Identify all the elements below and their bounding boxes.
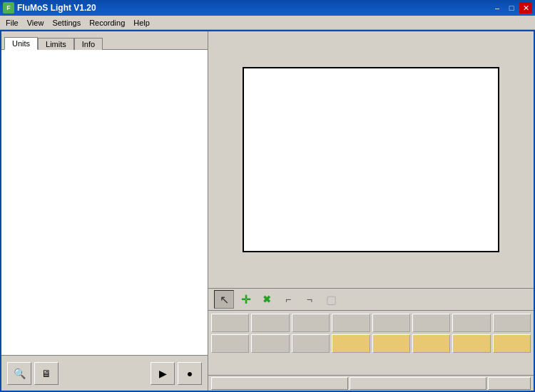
bracket-left-icon: ⌐ [285, 294, 291, 305]
bracket-right-icon: ⌐ [307, 294, 312, 305]
tab-limits[interactable]: Limits [38, 38, 74, 50]
title-bar-buttons: – □ ✕ [491, 2, 532, 14]
move-tool[interactable]: ✛ [235, 290, 255, 309]
app-icon: F [3, 2, 14, 14]
tab-info[interactable]: Info [74, 38, 103, 50]
menu-recording[interactable]: Recording [85, 17, 129, 29]
monitor-icon: 🖥 [41, 368, 51, 379]
left-view-controls: 🔍 🖥 [7, 362, 58, 385]
bracket-right-tool[interactable]: ⌐ [300, 290, 320, 309]
left-playback-controls: ▶ ● [151, 362, 202, 385]
menu-help[interactable]: Help [129, 17, 154, 29]
zoom-button[interactable]: 🔍 [7, 362, 31, 385]
play-button[interactable]: ▶ [151, 362, 175, 385]
right-panel: ↖ ✛ ✖ ⌐ ⌐ ▢ [208, 31, 534, 391]
move-icon: ✛ [241, 293, 250, 306]
app-title: FluMoS Light V1.20 [17, 3, 96, 13]
timeline-row-2 [211, 334, 531, 353]
timeline-cell[interactable] [251, 334, 289, 353]
status-segment-1 [211, 377, 348, 390]
canvas-box [243, 67, 499, 252]
status-segment-2 [350, 377, 486, 390]
cursor-icon: ↖ [220, 293, 229, 306]
photo-tool[interactable]: ▢ [321, 290, 341, 309]
tab-units[interactable]: Units [4, 37, 38, 50]
menu-bar: File View Settings Recording Help [0, 16, 535, 30]
status-segment-3 [488, 377, 531, 390]
drawing-toolbar: ↖ ✛ ✖ ⌐ ⌐ ▢ [208, 288, 534, 311]
timeline-cell[interactable] [292, 314, 330, 332]
minimize-button[interactable]: – [491, 2, 504, 14]
cross-tool[interactable]: ✖ [257, 290, 277, 309]
title-bar: F FluMoS Light V1.20 – □ ✕ [0, 0, 535, 16]
canvas-area [208, 31, 534, 288]
zoom-icon: 🔍 [14, 368, 26, 379]
status-bar [208, 375, 534, 391]
select-tool[interactable]: ↖ [214, 290, 234, 309]
left-content [1, 50, 208, 355]
left-panel: Units Limits Info 🔍 🖥 ▶ [1, 31, 208, 391]
monitor-button[interactable]: 🖥 [34, 362, 58, 385]
bracket-left-tool[interactable]: ⌐ [278, 290, 298, 309]
content-area: Units Limits Info 🔍 🖥 ▶ [1, 31, 534, 391]
main-window: Units Limits Info 🔍 🖥 ▶ [0, 30, 535, 392]
record-icon: ● [187, 368, 193, 379]
timeline-cell[interactable] [412, 314, 450, 332]
menu-settings[interactable]: Settings [48, 17, 85, 29]
photo-icon: ▢ [326, 293, 337, 306]
menu-file[interactable]: File [1, 17, 23, 29]
timeline-cell[interactable] [493, 314, 531, 332]
timeline-area [208, 311, 534, 375]
timeline-cell-highlight[interactable] [372, 334, 410, 353]
menu-view[interactable]: View [23, 17, 49, 29]
timeline-cell-highlight[interactable] [332, 334, 370, 353]
timeline-row-1 [211, 314, 531, 332]
play-icon: ▶ [159, 368, 167, 379]
close-button[interactable]: ✕ [519, 2, 532, 14]
left-bottom-toolbar: 🔍 🖥 ▶ ● [1, 355, 208, 391]
timeline-cell-highlight[interactable] [493, 334, 531, 353]
timeline-cell[interactable] [372, 314, 410, 332]
timeline-cell[interactable] [452, 314, 490, 332]
timeline-cell-highlight[interactable] [452, 334, 490, 353]
cross-icon: ✖ [263, 294, 271, 305]
maximize-button[interactable]: □ [505, 2, 518, 14]
timeline-cell[interactable] [332, 314, 370, 332]
record-button[interactable]: ● [178, 362, 202, 385]
timeline-cell[interactable] [251, 314, 289, 332]
timeline-cell[interactable] [211, 314, 249, 332]
title-bar-left: F FluMoS Light V1.20 [3, 2, 96, 14]
timeline-cell[interactable] [292, 334, 330, 353]
timeline-cell[interactable] [211, 334, 249, 353]
timeline-cell-highlight[interactable] [412, 334, 450, 353]
tab-bar: Units Limits Info [1, 31, 208, 50]
